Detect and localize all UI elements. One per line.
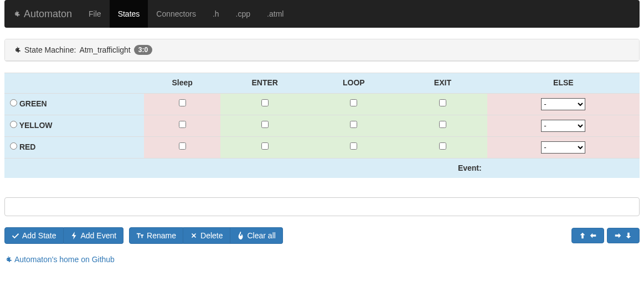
else-cell: -	[487, 136, 640, 158]
delete-button[interactable]: Delete	[183, 227, 230, 244]
arrow-up-icon	[579, 232, 586, 239]
sleep-checkbox[interactable]	[179, 121, 186, 128]
th-state	[4, 73, 144, 94]
enter-checkbox[interactable]	[261, 142, 269, 150]
enter-checkbox[interactable]	[261, 121, 269, 128]
else-select[interactable]: -	[541, 141, 585, 154]
state-name: YELLOW	[17, 121, 53, 130]
th-exit: EXIT	[398, 73, 487, 94]
state-radio[interactable]	[10, 142, 17, 150]
state-name: GREEN	[17, 99, 47, 108]
arrow-left-icon	[589, 232, 597, 239]
add-state-button[interactable]: Add State	[4, 227, 64, 244]
state-radio[interactable]	[10, 99, 17, 106]
loop-checkbox[interactable]	[350, 142, 357, 150]
text-size-icon	[136, 232, 144, 239]
else-cell: -	[487, 115, 640, 136]
exit-cell	[398, 136, 487, 158]
gear-icon	[4, 256, 12, 263]
loop-checkbox[interactable]	[350, 121, 357, 128]
check-icon	[12, 232, 19, 239]
nav-h[interactable]: .h	[204, 0, 228, 28]
nav-connectors[interactable]: Connectors	[148, 0, 204, 28]
move-right-down-button[interactable]	[607, 228, 640, 243]
else-select[interactable]: -	[541, 98, 585, 110]
navbar: Automaton File States Connectors .h .cpp…	[4, 0, 640, 28]
loop-cell	[310, 115, 399, 136]
exit-cell	[398, 115, 487, 136]
exit-checkbox[interactable]	[439, 121, 446, 128]
state-cell: GREEN	[4, 93, 144, 115]
th-loop: LOOP	[310, 73, 399, 94]
table-row: RED-	[4, 136, 640, 158]
states-table: Sleep ENTER LOOP EXIT ELSE GREEN- YELLOW…	[4, 73, 640, 178]
state-radio[interactable]	[10, 121, 17, 128]
sleep-checkbox[interactable]	[179, 142, 186, 150]
loop-cell	[310, 136, 399, 158]
sleep-cell	[144, 93, 220, 115]
sleep-checkbox[interactable]	[179, 99, 186, 106]
enter-cell	[220, 115, 310, 136]
move-up-left-button[interactable]	[571, 228, 604, 243]
gear-icon	[13, 46, 21, 54]
sleep-cell	[144, 115, 220, 136]
table-row: GREEN-	[4, 93, 640, 115]
state-badge: 3:0	[134, 45, 152, 55]
name-input[interactable]	[4, 197, 640, 216]
flash-icon	[70, 232, 78, 239]
loop-checkbox[interactable]	[350, 99, 357, 106]
arrow-down-icon	[625, 232, 632, 239]
state-name: RED	[17, 142, 35, 151]
clear-all-button[interactable]: Clear all	[230, 227, 283, 244]
add-event-button[interactable]: Add Event	[64, 227, 124, 244]
else-cell: -	[487, 93, 640, 115]
rename-button[interactable]: Rename	[129, 227, 183, 244]
brand-text: Automaton	[24, 8, 72, 20]
enter-cell	[220, 93, 310, 115]
navbar-brand[interactable]: Automaton	[13, 8, 72, 20]
sleep-cell	[144, 136, 220, 158]
fire-icon	[237, 232, 245, 239]
arrow-right-icon	[614, 232, 622, 239]
event-footer-label: Event:	[4, 158, 487, 178]
github-link[interactable]: Automaton's home on Github	[4, 255, 640, 264]
exit-cell	[398, 93, 487, 115]
enter-checkbox[interactable]	[261, 99, 269, 106]
panel-title: State Machine: Atm_trafficlight 3:0	[24, 45, 152, 55]
exit-checkbox[interactable]	[439, 99, 446, 106]
remove-icon	[190, 232, 198, 239]
enter-cell	[220, 136, 310, 158]
th-enter: ENTER	[220, 73, 310, 94]
nav-file[interactable]: File	[80, 0, 110, 28]
else-select[interactable]: -	[541, 120, 585, 132]
nav-states[interactable]: States	[110, 0, 148, 28]
th-sleep: Sleep	[144, 73, 220, 94]
th-else: ELSE	[487, 73, 640, 94]
table-row: YELLOW-	[4, 115, 640, 136]
nav-cpp[interactable]: .cpp	[228, 0, 259, 28]
state-cell: RED	[4, 136, 144, 158]
navbar-nav: File States Connectors .h .cpp .atml	[80, 0, 292, 28]
gear-icon	[13, 10, 20, 18]
panel-heading: State Machine: Atm_trafficlight 3:0	[4, 39, 640, 62]
state-cell: YELLOW	[4, 115, 144, 136]
nav-atml[interactable]: .atml	[259, 0, 292, 28]
exit-checkbox[interactable]	[439, 142, 446, 150]
loop-cell	[310, 93, 399, 115]
